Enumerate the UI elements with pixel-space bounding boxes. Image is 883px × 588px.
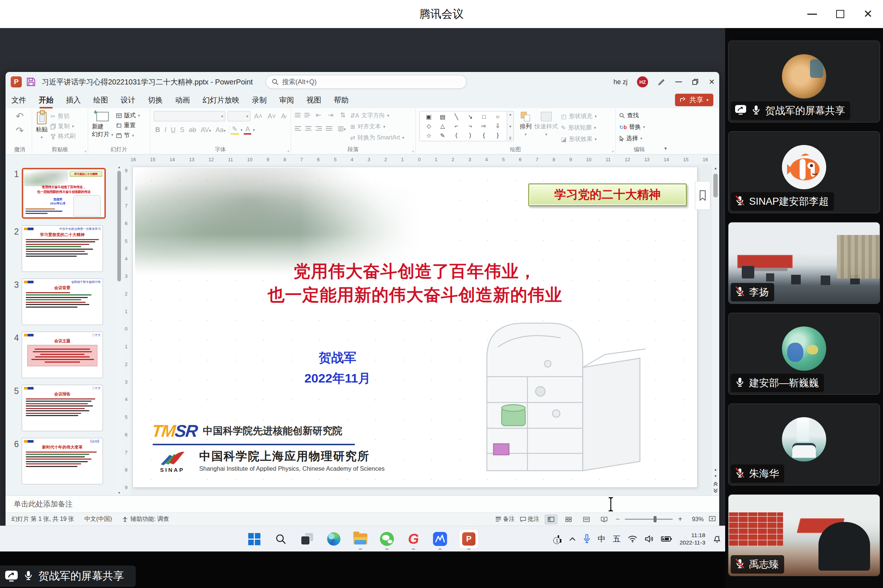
thumbnail-preview[interactable]: 学习党的二十大精神 党用伟大奋斗创造了百年伟业， 也一定能用新的伟大奋斗创造新的…: [22, 168, 106, 219]
slide-thumbnail-6[interactable]: 6 【总结】 新时代十年的伟大变革: [6, 438, 117, 484]
thumbnail-preview[interactable]: 省部级干部专题研讨班 会议背景: [22, 279, 103, 325]
shape-option[interactable]: ✎: [440, 132, 445, 139]
start-button[interactable]: [246, 531, 262, 547]
smartart-button[interactable]: ⇄转换为 SmartArt▾: [351, 134, 405, 142]
inking-icon[interactable]: [658, 78, 666, 86]
text-direction-button[interactable]: ⇵A文字方向▾: [351, 112, 405, 120]
shape-option[interactable]: ⇩: [495, 123, 500, 129]
wifi-icon[interactable]: [628, 535, 637, 543]
file-explorer-button[interactable]: [352, 531, 369, 547]
indent-increase-icon[interactable]: ⇥: [327, 111, 335, 119]
thumbnail-preview[interactable]: 二十大 会议报告: [22, 385, 103, 431]
screen-share-indicator[interactable]: 贺战军的屏幕共享: [0, 566, 136, 587]
section-button[interactable]: 节▾: [116, 132, 140, 140]
search-input[interactable]: 搜索(Alt+Q): [265, 75, 466, 89]
strikethrough-icon[interactable]: ab: [187, 126, 198, 134]
normal-view-button[interactable]: [545, 514, 557, 524]
shape-outline-button[interactable]: ✎形状轮廓▾: [561, 124, 597, 132]
slide-thumbnail-4[interactable]: 4 二十大 会议主题: [6, 332, 117, 378]
shape-option[interactable]: ○: [496, 114, 499, 120]
volume-icon[interactable]: [645, 535, 654, 543]
paragraph-dialog-launcher[interactable]: ⌟: [412, 147, 414, 153]
thumbnail-preview[interactable]: 【总结】 新时代十年的伟大变革: [22, 438, 103, 484]
find-button[interactable]: 查找: [619, 112, 645, 120]
participant-tile-2[interactable]: SINAP建安部李超: [728, 131, 880, 213]
text-shadow-icon[interactable]: S: [178, 126, 186, 134]
shape-option[interactable]: ☆: [426, 132, 431, 139]
shape-option[interactable]: ⌐: [455, 123, 458, 129]
shape-option[interactable]: ╲: [455, 113, 459, 120]
replace-button[interactable]: ↻b 替换▾: [619, 123, 645, 131]
shape-option[interactable]: {: [483, 132, 485, 139]
participant-tile-3[interactable]: 李扬: [728, 222, 880, 304]
minimize-icon[interactable]: [807, 14, 817, 15]
format-painter-button[interactable]: 格式刷: [51, 132, 76, 140]
ribbon-tab-3[interactable]: 插入: [66, 95, 81, 105]
ribbon-tab-6[interactable]: 切换: [148, 95, 163, 105]
share-button[interactable]: 共享 ▾: [675, 94, 713, 106]
ppt-restore-icon[interactable]: [691, 78, 699, 86]
underline-icon[interactable]: U: [169, 126, 177, 134]
participant-tile-1[interactable]: 贺战军的屏幕共享: [728, 40, 880, 123]
shape-option[interactable]: ▤: [440, 113, 445, 120]
italic-icon[interactable]: I: [163, 126, 168, 134]
shape-option[interactable]: ▣: [426, 113, 432, 120]
thumbnail-preview[interactable]: 中共中央政治局第一次集体学习 学习贯彻党的二十大精神: [22, 225, 103, 272]
participant-tile-5[interactable]: 朱海华: [728, 404, 880, 486]
accessibility-status[interactable]: 辅助功能: 调查: [122, 515, 169, 523]
next-slide-icon[interactable]: [712, 488, 719, 494]
align-text-button[interactable]: ⊞对齐文本▾: [351, 123, 405, 130]
slide-sorter-view-button[interactable]: [562, 514, 575, 524]
shape-option[interactable]: ¬: [468, 123, 472, 129]
quick-styles-button[interactable]: 快速样式▾: [534, 111, 558, 146]
ribbon-tab-4[interactable]: 绘图: [93, 95, 108, 105]
slideshow-view-button[interactable]: [598, 514, 610, 524]
shape-option[interactable]: ↘: [468, 113, 472, 120]
align-left-icon[interactable]: [295, 126, 301, 130]
reset-button[interactable]: 重置: [116, 122, 140, 129]
shape-effects-button[interactable]: ◪形状效果▾: [561, 135, 597, 143]
zoom-in-button[interactable]: +: [678, 515, 682, 524]
ribbon-tab-7[interactable]: 动画: [175, 95, 190, 105]
collapse-ribbon-icon[interactable]: ▾: [663, 108, 670, 154]
canvas-scrollbar[interactable]: ▴ ▴ ▾: [712, 164, 719, 495]
font-name-select[interactable]: ▾: [154, 111, 225, 122]
slide-thumbnail-2[interactable]: 2 中共中央政治局第一次集体学习 学习贯彻党的二十大精神: [6, 225, 117, 272]
slide-thumbnail-1[interactable]: 1 学习党的二十大精神 党用伟大奋斗创造了百年伟业， 也一定能用新的伟大奋斗创造…: [6, 168, 117, 219]
ribbon-tab-5[interactable]: 设计: [121, 95, 135, 105]
notification-bell-icon[interactable]: z: [713, 534, 721, 543]
shape-option[interactable]: ◇: [427, 123, 431, 129]
align-center-icon[interactable]: [305, 126, 312, 130]
shape-option[interactable]: }: [497, 132, 499, 139]
columns-icon[interactable]: ▥▾: [336, 124, 348, 132]
paste-button[interactable]: 粘贴▾: [36, 111, 48, 146]
redo-icon[interactable]: ↷: [16, 125, 24, 136]
slide-thumbnail-5[interactable]: 5 二十大 会议报告: [6, 385, 117, 431]
ribbon-tab-2[interactable]: 开始: [39, 95, 54, 105]
user-avatar[interactable]: HZ: [637, 76, 648, 87]
thumbnail-scrollbar[interactable]: ▴ ▾: [117, 164, 122, 495]
copy-button[interactable]: 复制▾: [51, 123, 76, 130]
ribbon-tab-12[interactable]: 帮助: [334, 95, 349, 105]
slide-badge[interactable]: 学习党的二十大精神: [528, 183, 687, 206]
undo-icon[interactable]: ↶: [16, 111, 24, 122]
tray-expand-icon[interactable]: [569, 537, 576, 541]
ppt-close-icon[interactable]: ✕: [709, 78, 715, 86]
grow-font-icon[interactable]: A˄: [253, 112, 264, 120]
participant-tile-6[interactable]: 禹志臻: [728, 494, 880, 576]
shape-option[interactable]: ⇨: [481, 123, 486, 129]
shrink-font-icon[interactable]: A˅: [266, 112, 277, 120]
battery-icon[interactable]: [661, 536, 672, 542]
clipboard-dialog-launcher[interactable]: ⌟: [84, 147, 86, 153]
slide[interactable]: 学习党的二十大精神 党用伟大奋斗创造了百年伟业， 也一定能用新的伟大奋斗创造新的…: [133, 167, 697, 487]
notes-toggle[interactable]: 备注: [495, 515, 515, 523]
align-right-icon[interactable]: [315, 126, 322, 130]
zoom-out-button[interactable]: −: [616, 515, 620, 524]
slide-title-line1[interactable]: 党用伟大奋斗创造了百年伟业，: [133, 260, 697, 283]
ribbon-tab-11[interactable]: 视图: [306, 95, 321, 105]
shape-fill-button[interactable]: ◰形状填充▾: [561, 112, 597, 120]
maximize-icon[interactable]: [836, 10, 844, 18]
clear-format-icon[interactable]: A̷: [280, 112, 287, 120]
tencent-meeting-button[interactable]: [432, 531, 448, 547]
thumbnail-preview[interactable]: 二十大 会议主题: [22, 332, 103, 378]
